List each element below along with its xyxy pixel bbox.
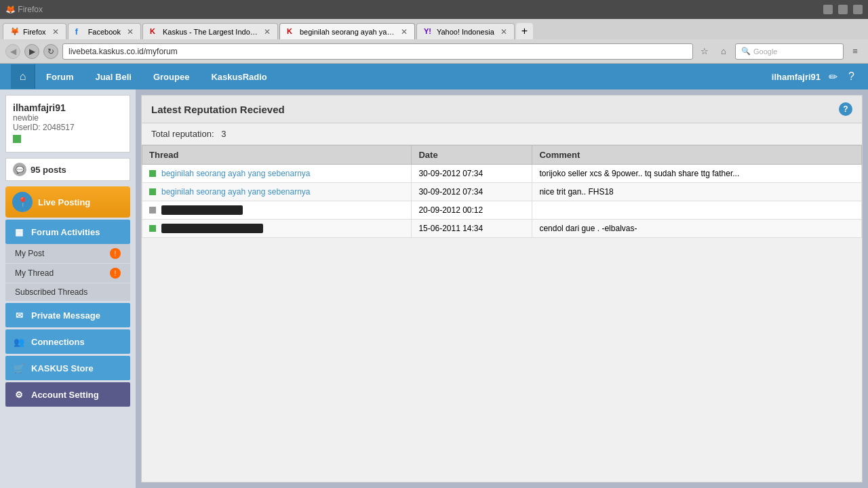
thread-link-1[interactable]: beginilah seorang ayah yang sebenarnya bbox=[161, 169, 311, 178]
back-btn[interactable]: ◀ bbox=[5, 44, 20, 59]
tab-title-kaskus: Kaskus - The Largest Indonesian Com... bbox=[163, 28, 258, 36]
table-row: beginilah seorang ayah yang sebenarnya 3… bbox=[142, 165, 862, 183]
redacted-thread-3 bbox=[161, 205, 243, 215]
tab-close-facebook[interactable]: ✕ bbox=[124, 27, 134, 37]
my-thread-badge: ! bbox=[110, 268, 121, 279]
comment-cell-2: nice trit gan.. FHS18 bbox=[532, 183, 862, 201]
nav-jual-beli[interactable]: Jual Beli bbox=[84, 64, 142, 89]
close-btn[interactable] bbox=[853, 5, 863, 14]
main-content: Latest Reputation Recieved ? Total reput… bbox=[136, 89, 868, 488]
nav-kaskusradio[interactable]: KaskusRadio bbox=[200, 64, 277, 89]
maximize-btn[interactable] bbox=[838, 5, 848, 14]
sidebar-subitem-subscribed-threads[interactable]: Subscribed Threads bbox=[5, 283, 130, 301]
bookmark-btn[interactable]: ☆ bbox=[697, 44, 712, 59]
online-status-indicator bbox=[13, 135, 21, 143]
browser-chrome: 🦊 Firefox 🦊 Firefox ✕ f Facebook ✕ K Kas… bbox=[0, 0, 868, 64]
sidebar-subitem-my-post[interactable]: My Post ! bbox=[5, 244, 130, 263]
reputation-table: Thread Date Comment beginilah seorang ay… bbox=[142, 145, 862, 238]
tab-firefox[interactable]: 🦊 Firefox ✕ bbox=[3, 23, 66, 39]
forum-activities-icon: ▦ bbox=[12, 225, 26, 239]
content-title: Latest Reputation Recieved bbox=[151, 104, 285, 115]
browser-titlebar: 🦊 Firefox bbox=[0, 0, 868, 19]
thread-cell-1: beginilah seorang ayah yang sebenarnya bbox=[142, 165, 412, 183]
date-cell-3: 20-09-2012 00:12 bbox=[412, 201, 532, 220]
tab-close-yahoo[interactable]: ✕ bbox=[498, 27, 507, 37]
tab-yahoo[interactable]: Y! Yahoo! Indonesia ✕ bbox=[416, 23, 515, 39]
tab-close-active[interactable]: ✕ bbox=[398, 27, 408, 37]
tab-facebook[interactable]: f Facebook ✕ bbox=[68, 23, 141, 39]
connections-icon: 👥 bbox=[12, 335, 26, 348]
tab-title-yahoo: Yahoo! Indonesia bbox=[437, 28, 494, 36]
private-message-label: Private Message bbox=[31, 310, 100, 321]
comment-cell-4: cendol dari gue . -elbalvas- bbox=[532, 220, 862, 238]
comment-cell-3 bbox=[532, 201, 862, 220]
address-bar[interactable]: livebeta.kaskus.co.id/myforum bbox=[62, 43, 693, 60]
tab-active[interactable]: K beginilah seorang ayah yang sebenar...… bbox=[279, 23, 415, 39]
account-setting-icon: ⚙ bbox=[12, 388, 26, 401]
forward-btn[interactable]: ▶ bbox=[24, 44, 39, 59]
kaskus-store-btn[interactable]: 🛒 KASKUS Store bbox=[5, 356, 130, 380]
thread-link-2[interactable]: beginilah seorang ayah yang sebenarnya bbox=[161, 187, 311, 197]
connections-label: Connections bbox=[31, 337, 85, 347]
nav-username[interactable]: ilhamfajri91 bbox=[772, 72, 821, 82]
tab-title-firefox: Firefox bbox=[23, 28, 46, 36]
connections-btn[interactable]: 👥 Connections bbox=[5, 329, 130, 354]
posts-count-text: 95 posts bbox=[31, 165, 66, 175]
address-text: livebeta.kaskus.co.id/myforum bbox=[68, 47, 178, 56]
search-placeholder: Google bbox=[753, 47, 777, 56]
posts-icon: 💬 bbox=[13, 163, 26, 176]
browser-toolbar: ◀ ▶ ↻ livebeta.kaskus.co.id/myforum ☆ ⌂ … bbox=[0, 39, 868, 64]
rep-dot-gray-3 bbox=[149, 207, 156, 214]
sidebar-item-forum-activities: ▦ Forum Activities My Post ! My Thread !… bbox=[5, 220, 130, 301]
sidebar-username: ilhamfajri91 bbox=[13, 102, 123, 113]
table-row: 20-09-2012 00:12 bbox=[142, 201, 862, 220]
private-message-btn[interactable]: ✉ Private Message bbox=[5, 303, 130, 327]
tab-favicon-yahoo: Y! bbox=[424, 27, 433, 37]
sidebar-subitem-my-thread[interactable]: My Thread ! bbox=[5, 264, 130, 283]
minimize-btn[interactable] bbox=[823, 5, 833, 14]
rep-dot-green-1 bbox=[149, 170, 156, 177]
menu-btn[interactable]: ≡ bbox=[848, 44, 863, 59]
sidebar-role: newbie bbox=[13, 113, 123, 123]
thread-cell-2: beginilah seorang ayah yang sebenarnya bbox=[142, 183, 412, 201]
forum-activities-label: Forum Activities bbox=[31, 227, 100, 237]
kaskus-home-btn[interactable]: ⌂ bbox=[11, 64, 35, 89]
table-row: 15-06-2011 14:34 cendol dari gue . -elba… bbox=[142, 220, 862, 238]
date-cell-1: 30-09-2012 07:34 bbox=[412, 165, 532, 183]
nav-groupee[interactable]: Groupee bbox=[142, 64, 200, 89]
tab-kaskus[interactable]: K Kaskus - The Largest Indonesian Com...… bbox=[142, 23, 278, 39]
tab-favicon-active: K bbox=[287, 27, 296, 37]
thread-cell-3 bbox=[142, 201, 412, 220]
tab-close-firefox[interactable]: ✕ bbox=[50, 27, 59, 37]
account-setting-btn[interactable]: ⚙ Account Setting bbox=[5, 382, 130, 407]
thread-cell-4 bbox=[142, 220, 412, 238]
tab-favicon-facebook: f bbox=[75, 27, 85, 37]
page-layout: ilhamfajri91 newbie UserID: 2048517 💬 95… bbox=[0, 89, 868, 488]
sidebar-item-connections: 👥 Connections bbox=[5, 329, 130, 354]
search-engine-icon: 🔍 bbox=[741, 47, 751, 56]
tab-title-active: beginilah seorang ayah yang sebenar... bbox=[300, 28, 395, 36]
tab-title-facebook: Facebook bbox=[88, 28, 121, 36]
total-rep-label: Total reputation: bbox=[151, 129, 214, 139]
help-icon[interactable]: ? bbox=[846, 68, 857, 85]
redacted-thread-4 bbox=[161, 224, 263, 233]
date-cell-4: 15-06-2011 14:34 bbox=[412, 220, 532, 238]
rep-dot-green-2 bbox=[149, 188, 156, 195]
forum-activities-btn[interactable]: ▦ Forum Activities bbox=[5, 220, 130, 244]
home-toolbar-btn[interactable]: ⌂ bbox=[716, 44, 731, 59]
search-bar[interactable]: 🔍 Google bbox=[735, 43, 844, 60]
help-button[interactable]: ? bbox=[839, 102, 852, 116]
table-row: beginilah seorang ayah yang sebenarnya 3… bbox=[142, 183, 862, 201]
live-posting-btn[interactable]: 📍 Live Posting bbox=[5, 186, 130, 218]
new-tab-btn[interactable]: + bbox=[516, 23, 533, 39]
live-posting-icon: 📍 bbox=[12, 192, 33, 212]
total-rep-value: 3 bbox=[221, 129, 226, 139]
sidebar-item-private-message: ✉ Private Message bbox=[5, 303, 130, 327]
content-box: Latest Reputation Recieved ? Total reput… bbox=[141, 95, 863, 483]
refresh-btn[interactable]: ↻ bbox=[43, 44, 58, 59]
sidebar-item-account-setting: ⚙ Account Setting bbox=[5, 382, 130, 407]
nav-forum[interactable]: Forum bbox=[35, 64, 84, 89]
tab-close-kaskus[interactable]: ✕ bbox=[261, 27, 271, 37]
edit-icon[interactable]: ✏ bbox=[826, 68, 840, 86]
user-info-box: ilhamfajri91 newbie UserID: 2048517 bbox=[5, 95, 130, 152]
